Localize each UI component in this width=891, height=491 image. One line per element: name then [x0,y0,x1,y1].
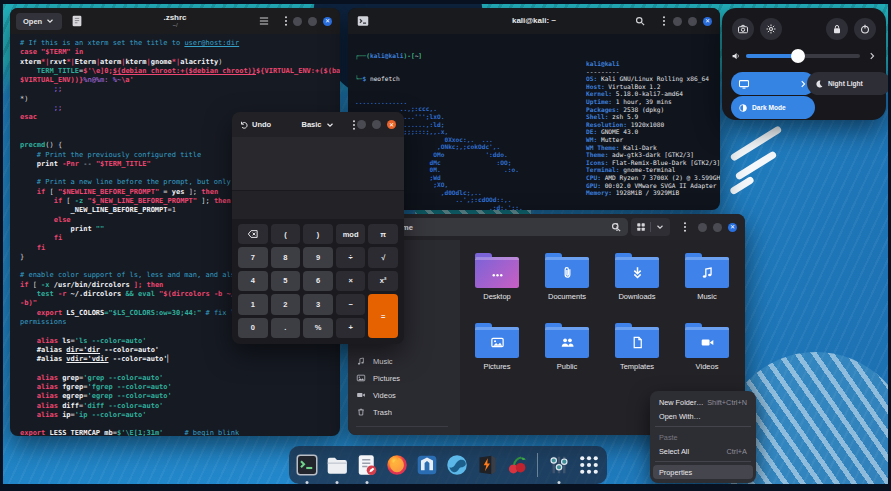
folder-downloads[interactable]: Downloads [602,252,672,322]
dock-app-cherrytree[interactable] [504,453,529,478]
undo-button[interactable]: Undo [239,120,271,130]
menu-item-select-all[interactable]: Select AllCtrl+A [653,444,753,458]
calc-button-4[interactable]: 4 [238,271,268,291]
calc-button-5[interactable]: 5 [271,271,301,291]
menu-item-open-with[interactable]: Open With… [653,409,753,423]
calculator-mode-selector[interactable]: Basic [301,120,321,129]
calc-button-0[interactable]: 0 [238,318,268,338]
calc-button-7[interactable]: 7 [238,247,268,267]
folder-documents[interactable]: Documents [532,252,602,322]
kebab-icon[interactable] [280,15,292,27]
file-manager-headerbar[interactable]: Home ✕ [348,214,745,240]
sidebar-item-videos[interactable]: Videos [356,388,396,402]
dock-app-wireshark[interactable] [445,453,470,478]
volume-slider-knob[interactable] [791,49,805,63]
calc-button-x²[interactable]: x² [368,271,398,291]
calculator-titlebar[interactable]: Undo Basic ✕ [232,112,404,137]
calc-button-π[interactable]: π [368,224,398,244]
dock-app-burpsuite[interactable] [474,453,499,478]
close-button[interactable]: ✕ [323,17,332,26]
calc-button-÷[interactable]: ÷ [336,247,366,267]
settings-button[interactable] [760,18,782,40]
search-icon[interactable] [610,221,622,233]
folder-templates[interactable]: Templates [602,322,672,392]
folder-pictures[interactable]: Pictures [462,322,532,392]
screenshot-button[interactable] [732,18,754,40]
sidebar-item-other-locations[interactable]: Other Locations [356,434,426,435]
calc-button-mod[interactable]: mod [336,224,366,244]
maximize-button[interactable] [372,120,381,129]
folder-music[interactable]: Music [672,252,742,322]
dock-app-firefox[interactable] [385,453,410,478]
calc-button-([interactable]: ( [271,224,301,244]
kebab-icon[interactable] [658,15,670,27]
calc-button-%[interactable]: % [303,318,333,338]
close-button[interactable]: ✕ [728,223,737,232]
dock-app-tweaks[interactable] [546,453,571,478]
code-line: alias grep='grep --color=auto' [20,374,340,383]
dark-mode-toggle[interactable]: Dark Mode [731,96,815,119]
terminal-prompt: ┌──(kali@kali)-[~] [355,52,720,60]
kebab-icon[interactable] [679,221,691,233]
app-grid-icon [577,453,601,477]
sidebar-item-trash[interactable]: Trash [356,405,392,419]
calc-button-=[interactable]: = [368,294,398,338]
menu-item-properties[interactable]: Properties [653,465,753,479]
maximize-button[interactable] [308,17,317,26]
dock-app-metasploit[interactable] [415,453,440,478]
calc-button-2[interactable]: 2 [271,294,301,314]
code-line [20,364,340,373]
calc-button-1[interactable]: 1 [238,294,268,314]
dock-app-terminal[interactable] [295,453,320,478]
lock-button[interactable] [826,18,848,40]
night-light-toggle[interactable]: Night Light [807,72,888,95]
minimize-button[interactable] [293,17,302,26]
close-button[interactable]: ✕ [387,120,396,129]
calc-button-√[interactable]: √ [368,247,398,267]
calc-button-3[interactable]: 3 [303,294,333,314]
folder-videos[interactable]: Videos [672,322,742,392]
neofetch-row: Host: VirtualBox 1.2 [586,83,720,91]
folder-icon [545,257,589,288]
minimize-button[interactable] [673,17,682,26]
folder-desktop[interactable]: Desktop [462,252,532,322]
volume-slider[interactable] [746,54,860,58]
calc-button-+[interactable]: + [336,318,366,338]
calc-button-.[interactable]: . [271,318,301,338]
sidebar-item-music[interactable]: Music [356,354,393,368]
terminal-titlebar[interactable]: kali@kali: ~ ✕ [348,8,720,34]
calc-backspace-button[interactable] [238,224,268,244]
maximize-button[interactable] [688,17,697,26]
maximize-button[interactable] [713,223,722,232]
menu-item-new-folder[interactable]: New Folder…Shift+Ctrl+N [653,395,753,409]
calc-button-×[interactable]: × [336,271,366,291]
music-note-icon [700,265,715,280]
minimize-button[interactable] [698,223,707,232]
screen-share-toggle[interactable] [731,72,815,95]
folder-public[interactable]: Public [532,322,602,392]
close-button[interactable]: ✕ [703,17,712,26]
list-icon[interactable] [258,15,270,27]
calculator-entry-field[interactable] [232,190,404,219]
view-toggle-button[interactable] [631,218,670,236]
menu-item-paste: Paste [653,430,753,444]
calc-button-8[interactable]: 8 [271,247,301,267]
calc-button-9[interactable]: 9 [303,247,333,267]
power-button[interactable] [854,18,876,40]
editor-titlebar[interactable]: Open .zshrc ~/ ✕ [10,8,340,34]
folder-label: Templates [620,362,654,371]
sidebar-item-pictures[interactable]: Pictures [356,371,400,385]
grid-view-icon [636,222,646,232]
path-bar[interactable]: Home [372,218,628,236]
minimize-button[interactable] [357,120,366,129]
dock-app-app-grid[interactable] [576,453,601,478]
open-button[interactable]: Open [16,13,62,30]
dock-app-files[interactable] [325,453,350,478]
tweaks-icon [547,453,571,477]
arrow-right-icon[interactable] [867,51,877,61]
calc-button-6[interactable]: 6 [303,271,333,291]
dock-app-text-editor[interactable] [355,453,380,478]
calc-button-−[interactable]: − [336,294,366,314]
calc-button-)[interactable]: ) [303,224,333,244]
search-icon[interactable] [634,15,646,27]
